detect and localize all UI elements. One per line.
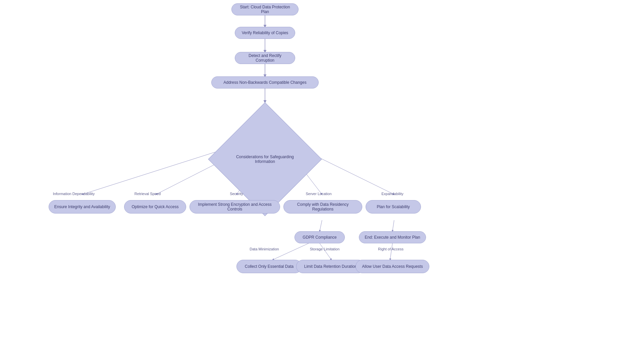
encryption-node: Implement Strong Encryption and Access C… [190, 200, 280, 214]
address-node: Address Non-Backwards Compatible Changes [211, 76, 319, 88]
verify-node: Verify Reliability of Copies [235, 27, 295, 39]
scalability-node: Plan for Scalability [366, 200, 421, 214]
collect-node: Collect Only Essential Data [236, 260, 302, 273]
limit-node: Limit Data Retention Duration [296, 260, 365, 273]
label-right-access: Right of Access [366, 247, 416, 251]
integrity-node: Ensure Integrity and Availability [49, 200, 116, 214]
optimize-node: Optimize for Quick Access [124, 200, 186, 214]
start-node: Start: Cloud Data Protection Plan [231, 3, 299, 15]
svg-line-9 [320, 220, 322, 231]
end-node: End: Execute and Monitor Plan [359, 231, 426, 243]
label-info-dep: Information Dependability [47, 192, 101, 196]
diagram: Start: Cloud Data Protection Plan Verify… [0, 0, 644, 362]
comply-node: Comply with Data Residency Regulations [283, 200, 362, 214]
svg-line-12 [320, 243, 331, 260]
svg-line-10 [392, 220, 394, 231]
gdpr-node: GDPR Compliance [294, 231, 345, 243]
connections-svg [0, 0, 644, 362]
allow-node: Allow User Data Access Requests [356, 260, 429, 273]
label-storage-lim: Storage Limitation [298, 247, 352, 251]
svg-line-11 [273, 243, 309, 260]
diamond-node: Considerations for Safeguarding Informat… [208, 102, 322, 216]
detect-node: Detect and Rectify Corruption [235, 52, 295, 64]
diamond-wrapper: Considerations for Safeguarding Informat… [208, 102, 322, 216]
svg-line-13 [390, 243, 392, 260]
label-expand: Expandability [371, 192, 414, 196]
label-data-min: Data Minimization [237, 247, 291, 251]
label-retrieval: Retrieval Speed [124, 192, 171, 196]
label-server: Server Location [295, 192, 342, 196]
label-security: Security [221, 192, 252, 196]
diamond-label: Considerations for Safeguarding Informat… [225, 151, 305, 167]
